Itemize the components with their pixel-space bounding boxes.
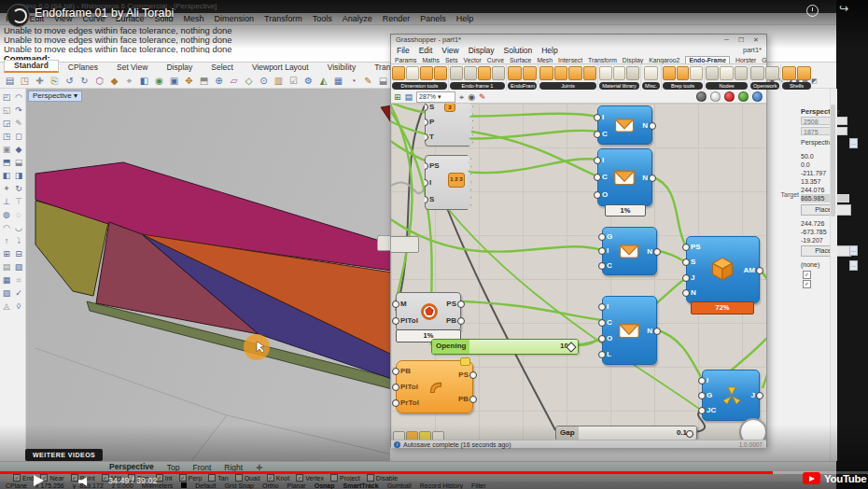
toolbar-tab-select[interactable]: Select (202, 63, 243, 73)
gh-menu-file[interactable]: File (397, 46, 410, 55)
sidebar-icon[interactable]: ◻ (13, 130, 25, 143)
toolbar-icon[interactable]: ◧ (138, 75, 150, 87)
osnap-near[interactable]: ✓Near (40, 474, 63, 482)
toolbar-icon[interactable]: ▦ (332, 75, 344, 87)
gh-tab-surface[interactable]: Surface (510, 57, 531, 63)
component-icon[interactable] (706, 66, 719, 80)
viewport-title-menu[interactable]: Perspective ▾ (28, 91, 82, 102)
sidebar-icon[interactable]: ▧ (13, 260, 25, 273)
sidebar-icon[interactable]: ▨ (1, 286, 13, 300)
toggle-grid-snap[interactable]: Grid Snap (224, 482, 254, 489)
toolbar-icon[interactable]: ⬒ (198, 75, 210, 87)
sidebar-icon[interactable]: ◡ (13, 221, 25, 234)
sidebar-icon[interactable]: ⌗ (13, 273, 25, 286)
osnap-tan[interactable]: Tan (208, 474, 228, 482)
component-icon[interactable] (450, 66, 463, 80)
component-icon[interactable] (420, 66, 433, 80)
toolbar-icon[interactable]: ◳ (19, 75, 31, 87)
video-title[interactable]: Endoframe 01 by Ali Torabi (35, 7, 174, 20)
toggle-smarttrack[interactable]: SmartTrack (343, 482, 379, 489)
toolbar-tab-cplanes[interactable]: CPlanes (59, 63, 107, 73)
zoom-extents-icon[interactable]: ⌖ (459, 91, 464, 103)
perspective-viewport[interactable]: Perspective ▾ (26, 89, 390, 461)
node-mail3[interactable]: G I C N (602, 227, 657, 275)
new-doc-icon[interactable]: ⊞ (394, 91, 401, 103)
osnap-vertex[interactable]: ✓Vertex (296, 474, 324, 482)
gh-tab-sets[interactable]: Sets (445, 57, 458, 63)
channel-avatar[interactable] (7, 4, 30, 27)
toolbar-icon[interactable]: ☑ (287, 75, 300, 87)
wallpaper-ellipsis-button[interactable]: ... (849, 260, 858, 271)
zoom-level-select[interactable]: 287% ▾ (416, 91, 455, 103)
sidebar-icon[interactable]: ◱ (1, 104, 13, 117)
node-split2[interactable]: PS I S 1 2 3 (425, 155, 471, 210)
toolbar-icon[interactable]: ⊙ (258, 75, 270, 87)
component-icon[interactable] (644, 66, 658, 80)
play-button[interactable] (34, 475, 44, 486)
toolbar-icon[interactable]: ✎ (362, 75, 374, 87)
grasshopper-canvas[interactable]: S P T 3 PS I S 1 2 3 I C (391, 104, 766, 440)
component-icon[interactable] (735, 66, 748, 80)
component-icon[interactable] (478, 66, 491, 80)
component-icon[interactable] (406, 66, 419, 80)
menu-tools[interactable]: Tools (313, 14, 332, 23)
gh-menu-help[interactable]: Help (541, 46, 557, 55)
projection-ellipsis-button[interactable]: ... (849, 138, 858, 148)
sidebar-icon[interactable]: ◰ (1, 91, 13, 104)
sidebar-icon[interactable]: ◊ (13, 300, 25, 313)
component-icon[interactable] (539, 66, 553, 80)
menu-analyze[interactable]: Analyze (343, 14, 372, 23)
sidebar-icon[interactable]: ◍ (1, 208, 13, 221)
component-icon[interactable] (568, 66, 582, 80)
toolbar-icon[interactable]: ◉ (153, 75, 165, 87)
component-icon[interactable] (690, 66, 703, 80)
gh-tab-curve[interactable]: Curve (487, 57, 504, 63)
gh-tab-mesh[interactable]: Mesh (537, 57, 553, 63)
osnap-knot[interactable]: ✓Knot (267, 474, 289, 482)
toolbar-icon[interactable]: ⚙ (302, 75, 315, 87)
sidebar-icon[interactable]: ▤ (1, 260, 13, 273)
toolbar-icon[interactable]: ◇ (243, 75, 255, 87)
toolbar-tab-viewport-layout[interactable]: Viewport Layout (243, 63, 318, 73)
component-icon[interactable] (626, 66, 639, 80)
sketch-pen-icon[interactable]: ✎ (479, 91, 486, 103)
component-icon[interactable] (554, 66, 568, 80)
group-label[interactable]: Endo-frame 1 (450, 82, 505, 90)
gh-tab-horster[interactable]: Horster (735, 57, 756, 63)
sidebar-icon[interactable]: ◳ (1, 130, 13, 143)
component-icon[interactable] (765, 66, 779, 80)
sidebar-icon[interactable]: ⊞ (1, 247, 13, 260)
component-icon[interactable] (663, 66, 676, 80)
toggle-planar[interactable]: Planar (287, 482, 305, 489)
toolbar-tab-standard[interactable]: Standard (4, 60, 59, 73)
component-icon[interactable] (392, 66, 405, 80)
display-mode-icon[interactable] (738, 91, 749, 102)
gh-tab-extra[interactable]: GENERAL RETREAT (762, 57, 766, 63)
node-assemble[interactable]: PS S J N AM (686, 236, 760, 303)
toolbar-icon[interactable]: ◆ (108, 75, 120, 87)
slider-handle[interactable] (686, 430, 693, 438)
preview-eye-icon[interactable]: ◉ (468, 91, 475, 103)
display-mode-icon[interactable] (710, 91, 721, 102)
toolbar-icon[interactable]: ↺ (63, 75, 76, 87)
toggle-filter[interactable]: Filter (471, 482, 486, 489)
node-split1[interactable]: S P T 3 (425, 104, 473, 147)
group-label[interactable]: Material library (599, 82, 639, 90)
gh-tab-params[interactable]: Params (395, 57, 416, 63)
toolbar-tab-setview[interactable]: Set View (107, 63, 157, 73)
sidebar-icon[interactable]: ◨ (13, 169, 25, 182)
sidebar-icon[interactable]: ↷ (13, 104, 25, 117)
gh-tab-intersect[interactable]: Intersect (558, 57, 582, 63)
target-ellipsis-button[interactable]: ... (849, 245, 858, 256)
viewport-height-field[interactable]: 1875 (801, 127, 847, 135)
window-controls[interactable]: ─ ☐ ✕ (724, 35, 763, 45)
gh-tab-transform[interactable]: Transform (588, 57, 617, 63)
sidebar-icon[interactable]: ◲ (1, 117, 13, 130)
gh-tab-kangaroo2[interactable]: Kangaroo2 (649, 57, 679, 63)
component-icon[interactable] (677, 66, 690, 80)
watch-later-icon[interactable] (806, 5, 819, 17)
viewport-tab-front[interactable]: Front (192, 463, 211, 472)
toolbar-tab-visibility[interactable]: Visibility (318, 63, 366, 73)
component-icon[interactable] (720, 66, 733, 80)
group-label[interactable]: Nodes (706, 82, 748, 90)
